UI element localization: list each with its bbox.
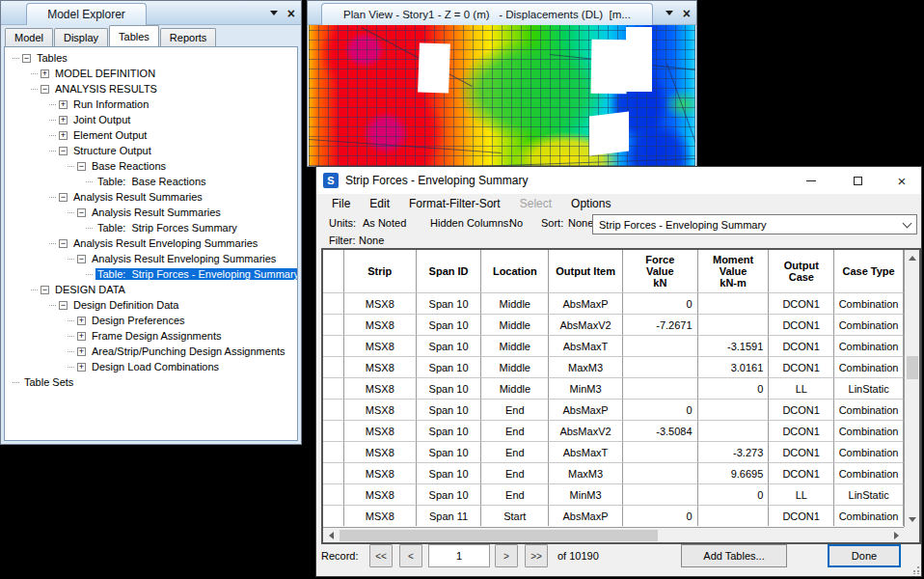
horizontal-scrollbar[interactable] <box>323 527 904 542</box>
contour-plot[interactable] <box>309 25 695 166</box>
column-header[interactable]: Output Case <box>769 250 834 292</box>
expand-icon[interactable]: + <box>77 332 86 341</box>
expand-icon[interactable]: + <box>77 347 86 356</box>
tree-item[interactable]: +Element Output <box>5 127 297 143</box>
record-prev-button[interactable]: < <box>399 544 422 567</box>
resize-grip[interactable] <box>911 566 919 574</box>
tree-item[interactable]: +Run Information <box>5 96 297 112</box>
collapse-icon[interactable]: − <box>41 85 49 94</box>
tree-item[interactable]: −Tables <box>5 50 297 66</box>
record-number-input[interactable] <box>428 544 490 567</box>
done-button[interactable]: Done <box>828 544 901 567</box>
table-select-value: Strip Forces - Enveloping Summary <box>599 219 904 231</box>
vertical-scrollbar[interactable] <box>904 250 919 527</box>
plan-view-titlebar[interactable]: Plan View - Story1 - Z = 0 (m) - Displac… <box>308 1 696 25</box>
column-header[interactable]: Span ID <box>417 250 482 292</box>
column-header[interactable]: Case Type <box>834 250 904 292</box>
collapse-icon[interactable]: − <box>59 301 68 310</box>
record-next-button[interactable]: > <box>495 544 518 567</box>
column-header[interactable]: Strip <box>344 250 417 292</box>
menu-format-filter-sort[interactable]: Format-Filter-Sort <box>399 197 510 210</box>
tree-item[interactable]: +Design Load Combinations <box>5 359 297 374</box>
table-row[interactable]: MSX8Span 10MiddleAbsMaxV2-7.2671DCON1Com… <box>323 314 904 335</box>
tree-item[interactable]: −DESIGN DATA <box>5 282 297 297</box>
expand-icon[interactable]: + <box>59 131 68 140</box>
scroll-up-button[interactable] <box>905 250 920 265</box>
table-row[interactable]: MSX8Span 10EndMaxM39.6695DCON1Combinatio… <box>323 462 904 483</box>
table-row[interactable]: MSX8Span 10MiddleMaxM33.0161DCON1Combina… <box>323 356 904 377</box>
scroll-left-button[interactable] <box>323 528 339 543</box>
minimize-button[interactable] <box>796 167 827 194</box>
menu-options[interactable]: Options <box>561 197 620 210</box>
tree-item[interactable]: −Base Reactions <box>5 158 297 174</box>
table-row[interactable]: MSX8Span 10MiddleAbsMaxP0DCON1Combinatio… <box>323 292 904 314</box>
table-row[interactable]: MSX8Span 10EndAbsMaxT-3.273DCON1Combinat… <box>323 441 904 462</box>
menu-file[interactable]: File <box>322 197 360 210</box>
table-row[interactable]: MSX8Span 11StartAbsMaxP0DCON1Combination <box>323 505 904 526</box>
column-header[interactable] <box>323 250 344 292</box>
collapse-icon[interactable]: − <box>41 286 49 294</box>
tab-display[interactable]: Display <box>54 28 108 46</box>
tree-item[interactable]: −Design Definition Data <box>5 297 297 313</box>
tree-item[interactable]: Table: Strip Forces Summary <box>5 220 297 235</box>
tree-item[interactable]: +Area/Strip/Punching Design Assignments <box>5 344 297 359</box>
menu-edit[interactable]: Edit <box>360 197 399 210</box>
add-tables-button[interactable]: Add Tables... <box>681 544 787 567</box>
table-row[interactable]: MSX8Span 10MiddleMinM30LLLinStatic <box>323 377 904 399</box>
tree-item[interactable]: −Analysis Result Enveloping Summaries <box>5 251 297 266</box>
column-header[interactable]: Output Item <box>549 250 623 292</box>
collapse-icon[interactable]: − <box>77 255 86 263</box>
dialog-titlebar[interactable]: S Strip Forces - Enveloping Summary × <box>316 167 921 194</box>
expand-icon[interactable]: + <box>77 363 86 372</box>
column-header[interactable]: Location <box>481 250 549 292</box>
collapse-icon[interactable]: − <box>77 208 86 217</box>
record-last-button[interactable]: >> <box>525 544 548 567</box>
scroll-down-button[interactable] <box>905 511 920 527</box>
collapse-icon[interactable]: − <box>59 239 68 248</box>
plan-view-close-icon[interactable]: × <box>683 7 691 20</box>
tree-item[interactable]: −Analysis Result Summaries <box>5 189 297 205</box>
tree-item[interactable]: +MODEL DEFINITION <box>5 66 297 81</box>
vertical-scrollbar-thumb[interactable] <box>907 356 918 379</box>
panel-menu-chevron-down-icon[interactable] <box>270 11 278 15</box>
table-row[interactable]: MSX8Span 10EndAbsMaxV2-3.5084DCON1Combin… <box>323 420 904 441</box>
collapse-icon[interactable]: − <box>22 54 31 63</box>
horizontal-scrollbar-thumb[interactable] <box>340 530 658 541</box>
panel-close-icon[interactable]: × <box>287 7 295 20</box>
tree-item[interactable]: Table Sets <box>5 374 297 390</box>
maximize-button[interactable] <box>842 167 873 194</box>
collapse-icon[interactable]: − <box>77 162 86 171</box>
tree-item[interactable]: −Analysis Result Enveloping Summaries <box>5 235 297 251</box>
tab-model[interactable]: Model <box>5 28 53 46</box>
expand-icon[interactable]: + <box>59 100 68 109</box>
expand-icon[interactable]: + <box>77 317 86 325</box>
plan-view-title-tab[interactable]: Plan View - Story1 - Z = 0 (m) - Displac… <box>321 3 653 25</box>
model-explorer-title-tab[interactable]: Model Explorer <box>26 3 147 25</box>
column-header[interactable]: Force Value kN <box>623 250 698 292</box>
expand-icon[interactable]: + <box>59 116 68 124</box>
table-row[interactable]: MSX8Span 10EndAbsMaxP0DCON1Combination <box>323 399 904 420</box>
tree-item[interactable]: +Design Preferences <box>5 313 297 328</box>
tree-item[interactable]: Table: Base Reactions <box>5 174 297 189</box>
scroll-right-button[interactable] <box>888 528 904 543</box>
tree-item[interactable]: −Analysis Result Summaries <box>5 205 297 220</box>
tab-tables[interactable]: Tables <box>109 25 159 46</box>
close-button[interactable]: × <box>886 167 917 194</box>
model-explorer-tabstrip: ModelDisplayTablesReports <box>3 25 299 46</box>
record-first-button[interactable]: << <box>369 544 393 567</box>
model-explorer-titlebar[interactable]: Model Explorer × <box>1 1 301 25</box>
plan-view-chevron-down-icon[interactable] <box>666 11 673 15</box>
collapse-icon[interactable]: − <box>59 193 68 202</box>
collapse-icon[interactable]: − <box>59 147 68 155</box>
table-row[interactable]: MSX8Span 10MiddleAbsMaxT-3.1591DCON1Comb… <box>323 335 904 356</box>
table-row[interactable]: MSX8Span 10EndMinM30LLLinStatic <box>323 483 904 505</box>
tree-item[interactable]: +Joint Output <box>5 112 297 127</box>
expand-icon[interactable]: + <box>41 69 49 78</box>
column-header[interactable]: Moment Value kN-m <box>698 250 770 292</box>
tree-item[interactable]: −Structure Output <box>5 143 297 158</box>
tree-item[interactable]: +Frame Design Assignments <box>5 328 297 344</box>
tree-item[interactable]: Table: Strip Forces - Enveloping Summary <box>5 266 297 282</box>
tab-reports[interactable]: Reports <box>160 28 217 46</box>
tree-item[interactable]: −ANALYSIS RESULTS <box>5 81 297 96</box>
table-select[interactable]: Strip Forces - Enveloping Summary <box>592 214 917 234</box>
